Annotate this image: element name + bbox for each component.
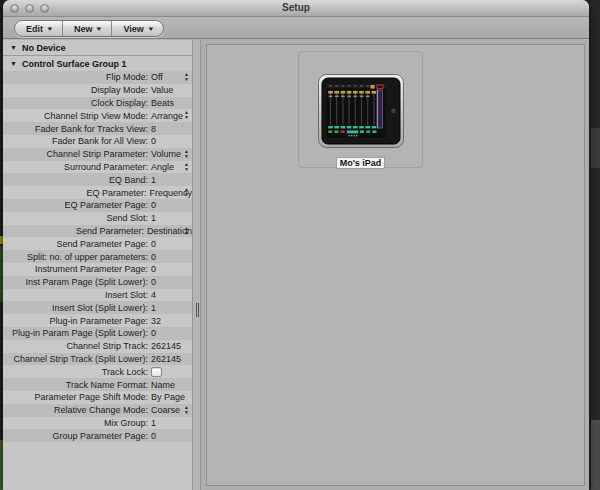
parameter-label: Channel Strip Parameter: <box>3 149 151 159</box>
device-area: Mo's iPad <box>201 40 589 490</box>
parameter-label: Fader Bank for All View: <box>3 136 151 146</box>
parameter-row: EQ Parameter:Frequency▲▼ <box>3 186 192 199</box>
parameter-label: Channel Strip Track (Split Lower): <box>3 354 151 364</box>
parameter-row: Relative Change Mode:Coarse▲▼ <box>3 404 192 417</box>
section-header-control-surface-group-1[interactable]: ▼ Control Surface Group 1 <box>3 56 192 71</box>
parameter-row: Track Name Format:Name <box>3 378 192 391</box>
parameter-label: Relative Change Mode: <box>3 405 151 415</box>
parameter-row: Channel Strip Track (Split Lower):262145 <box>3 353 192 366</box>
parameter-value[interactable]: Name <box>151 380 175 390</box>
stepper-icon[interactable]: ▲▼ <box>184 226 189 236</box>
parameter-value[interactable]: Angle <box>151 162 174 172</box>
parameter-row: Insert Slot:4 <box>3 289 192 302</box>
pane-resize-grip[interactable] <box>194 302 201 318</box>
parameter-row: Split: no. of upper parameters:0 <box>3 250 192 263</box>
parameter-value[interactable]: 0 <box>151 252 156 262</box>
parameter-value[interactable]: By Page <box>151 392 185 402</box>
parameter-value[interactable]: 0 <box>151 431 156 441</box>
parameter-label: Surround Parameter: <box>3 162 151 172</box>
parameter-row: Fader Bank for Tracks View:8 <box>3 122 192 135</box>
device-canvas[interactable]: Mo's iPad <box>206 44 585 486</box>
track-lock-checkbox[interactable] <box>151 367 162 377</box>
parameter-list: Flip Mode:Off▲▼Display Mode:ValueClock D… <box>3 71 192 442</box>
parameter-value[interactable]: 0 <box>151 264 156 274</box>
ipad-mixer-icon[interactable] <box>318 74 404 152</box>
parameter-value[interactable]: 8 <box>151 124 156 134</box>
parameter-value[interactable]: Off <box>151 72 163 82</box>
section-label: No Device <box>22 43 66 53</box>
parameter-row: Track Lock: <box>3 365 192 378</box>
parameter-value[interactable]: 1 <box>151 175 156 185</box>
parameter-row: Channel Strip Track:262145 <box>3 340 192 353</box>
parameter-value[interactable]: 0 <box>151 277 156 287</box>
section-header-no-device[interactable]: ▼ No Device <box>3 40 192 56</box>
parameter-row: Group Parameter Page:0 <box>3 429 192 442</box>
toolbar-button-label: Edit <box>26 24 43 34</box>
parameter-value[interactable]: 0 <box>151 328 156 338</box>
parameter-label: Instrument Parameter Page: <box>3 264 151 274</box>
stepper-icon[interactable]: ▲▼ <box>184 110 189 120</box>
parameter-row: Inst Param Page (Split Lower):0 <box>3 276 192 289</box>
parameter-label: Track Name Format: <box>3 380 151 390</box>
parameter-value[interactable]: 0 <box>151 136 156 146</box>
parameter-label: Plug-in Param Page (Split Lower): <box>3 328 151 338</box>
parameter-row: EQ Band:1 <box>3 173 192 186</box>
parameter-row: Insert Slot (Split Lower):1 <box>3 301 192 314</box>
stepper-icon[interactable]: ▲▼ <box>184 162 189 172</box>
parameter-value[interactable]: Beats <box>151 98 174 108</box>
stepper-icon[interactable]: ▲▼ <box>184 72 189 82</box>
parameter-label: Fader Bank for Tracks View: <box>3 124 151 134</box>
parameter-label: Insert Slot (Split Lower): <box>3 303 151 313</box>
parameter-value[interactable]: 4 <box>151 290 156 300</box>
toolbar-button-view[interactable]: View▼ <box>112 21 162 36</box>
parameter-value[interactable]: 1 <box>151 303 156 313</box>
toolbar-button-new[interactable]: New▼ <box>63 21 112 36</box>
parameter-row: Flip Mode:Off▲▼ <box>3 71 192 84</box>
parameter-value[interactable]: Coarse <box>151 405 180 415</box>
parameter-row: Channel Strip Parameter:Volume▲▼ <box>3 148 192 161</box>
device-tile[interactable]: Mo's iPad <box>298 51 423 168</box>
parameter-value[interactable]: 1 <box>151 213 156 223</box>
toolbar-button-edit[interactable]: Edit▼ <box>15 21 63 36</box>
parameter-label: Plug-in Parameter Page: <box>3 316 151 326</box>
stepper-icon[interactable]: ▲▼ <box>184 187 189 197</box>
parameter-label: Split: no. of upper parameters: <box>3 252 151 262</box>
stepper-icon[interactable]: ▲▼ <box>184 405 189 415</box>
titlebar[interactable]: Setup <box>3 0 589 17</box>
parameter-label: Send Slot: <box>3 213 151 223</box>
toolbar-button-label: New <box>74 24 93 34</box>
parameter-row: Instrument Parameter Page:0 <box>3 263 192 276</box>
stepper-icon[interactable]: ▲▼ <box>184 149 189 159</box>
dropdown-arrow-icon: ▼ <box>96 26 104 32</box>
parameter-label: Inst Param Page (Split Lower): <box>3 277 151 287</box>
parameter-value[interactable]: 0 <box>151 239 156 249</box>
window-title: Setup <box>3 2 589 13</box>
disclosure-triangle-icon[interactable]: ▼ <box>10 60 17 67</box>
parameter-value[interactable]: 262145 <box>151 354 181 364</box>
parameter-value[interactable]: 32 <box>151 316 161 326</box>
parameter-label: Insert Slot: <box>3 290 151 300</box>
parameter-row: Plug-in Param Page (Split Lower):0 <box>3 327 192 340</box>
parameter-row: Channel Strip View Mode:Arrange▲▼ <box>3 109 192 122</box>
toolbar-button-group: Edit▼New▼View▼ <box>14 20 164 37</box>
parameter-label: Group Parameter Page: <box>3 431 151 441</box>
parameter-value[interactable]: Arrange <box>151 111 183 121</box>
parameter-value[interactable]: 1 <box>151 418 156 428</box>
parameter-value[interactable]: 262145 <box>151 341 181 351</box>
parameter-label: Parameter Page Shift Mode: <box>3 392 151 402</box>
parameter-label: Channel Strip Track: <box>3 341 151 351</box>
parameter-row: Send Parameter:Destination▲▼ <box>3 225 192 238</box>
disclosure-triangle-icon[interactable]: ▼ <box>10 44 17 51</box>
parameter-label: Mix Group: <box>3 418 151 428</box>
parameter-row: Send Slot:1 <box>3 212 192 225</box>
parameter-label: Clock Display: <box>3 98 151 108</box>
parameter-row: Plug-in Parameter Page:32 <box>3 314 192 327</box>
parameter-label: Display Mode: <box>3 85 151 95</box>
parameter-value[interactable]: 0 <box>151 200 156 210</box>
parameter-label: EQ Parameter: <box>3 188 149 198</box>
parameter-value[interactable]: Volume <box>151 149 181 159</box>
parameter-row: Clock Display:Beats <box>3 97 192 110</box>
parameter-row: Display Mode:Value <box>3 84 192 97</box>
background-window-sliver-right <box>589 0 600 490</box>
parameter-value[interactable]: Value <box>151 85 173 95</box>
